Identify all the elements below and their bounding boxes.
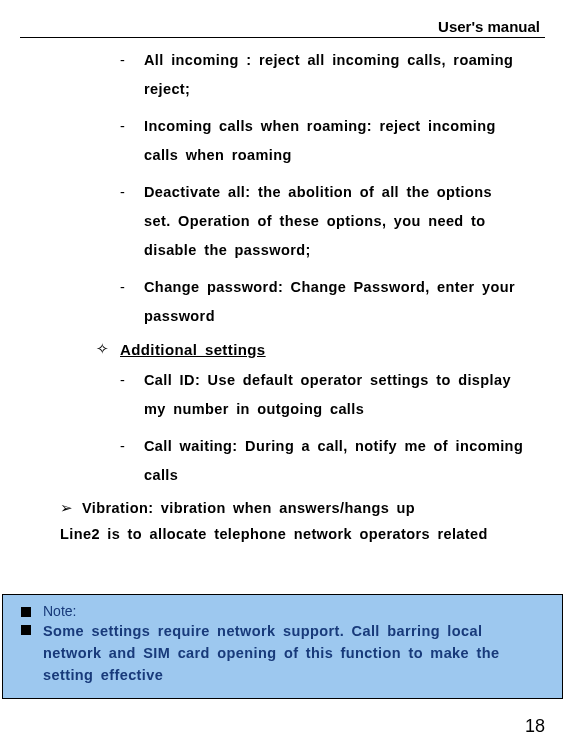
page-number: 18 bbox=[525, 716, 545, 737]
page: User's manual - All incoming : reject al… bbox=[0, 0, 565, 749]
note-box: Note: Some settings require network supp… bbox=[2, 594, 563, 699]
list-item: - Incoming calls when roaming: reject in… bbox=[120, 112, 525, 170]
list-item: - Deactivate all: the abolition of all t… bbox=[120, 178, 525, 265]
list-item-text: Incoming calls when roaming: reject inco… bbox=[144, 112, 525, 170]
dash-bullet: - bbox=[120, 273, 144, 331]
list-item: - Call ID: Use default operator settings… bbox=[120, 366, 525, 424]
dash-bullet: - bbox=[120, 366, 144, 424]
list-item-text: Call waiting: During a call, notify me o… bbox=[144, 432, 525, 490]
arrow-item: ➢ Vibration: vibration when answers/hang… bbox=[60, 498, 525, 518]
arrow-item-text: Vibration: vibration when answers/hangs … bbox=[82, 498, 525, 518]
header-divider bbox=[20, 37, 545, 38]
list-item-text: All incoming : reject all incoming calls… bbox=[144, 46, 525, 104]
list-item-text: Deactivate all: the abolition of all the… bbox=[144, 178, 525, 265]
dash-bullet: - bbox=[120, 432, 144, 490]
sub-heading-text: Additional settings bbox=[120, 339, 525, 360]
note-text: Some settings require network support. C… bbox=[43, 621, 544, 686]
square-bullet bbox=[21, 625, 31, 635]
sub-heading-item: ✧ Additional settings bbox=[96, 339, 525, 360]
dash-bullet: - bbox=[120, 46, 144, 104]
note-row: Some settings require network support. C… bbox=[21, 621, 544, 686]
list-item-text: Call ID: Use default operator settings t… bbox=[144, 366, 525, 424]
line2-text: Line2 is to allocate telephone network o… bbox=[60, 524, 525, 546]
dash-bullet: - bbox=[120, 178, 144, 265]
diamond-bullet: ✧ bbox=[96, 339, 120, 360]
list-item: - All incoming : reject all incoming cal… bbox=[120, 46, 525, 104]
list-item-text: Change password: Change Password, enter … bbox=[144, 273, 525, 331]
square-bullet bbox=[21, 607, 31, 617]
arrow-bullet: ➢ bbox=[60, 498, 82, 518]
note-row: Note: bbox=[21, 603, 544, 619]
header-title: User's manual bbox=[20, 18, 545, 35]
content-area: - All incoming : reject all incoming cal… bbox=[20, 46, 545, 546]
list-item: - Call waiting: During a call, notify me… bbox=[120, 432, 525, 490]
dash-bullet: - bbox=[120, 112, 144, 170]
list-item: - Change password: Change Password, ente… bbox=[120, 273, 525, 331]
note-label: Note: bbox=[43, 603, 76, 619]
